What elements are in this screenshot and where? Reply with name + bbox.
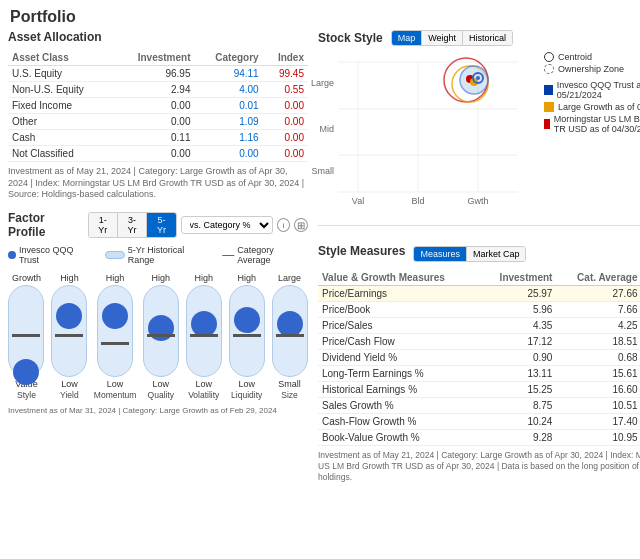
factor-profile-title: Factor Profile xyxy=(8,211,84,239)
btn-3yr[interactable]: 3-Yr xyxy=(118,213,147,237)
table-row: Other 0.00 1.09 0.00 xyxy=(8,114,308,130)
factor-bar xyxy=(143,285,179,377)
measure-cat: 16.60 xyxy=(556,382,640,398)
factor-tick-style xyxy=(12,334,40,337)
factor-top-label: Growth xyxy=(12,273,41,283)
factor-bar xyxy=(186,285,222,377)
legend-centroid: Centroid xyxy=(544,52,640,62)
asset-category: 0.01 xyxy=(195,98,263,114)
measure-investment: 10.24 xyxy=(481,414,557,430)
factor-dot-momentum xyxy=(102,303,128,329)
vs-category-select[interactable]: vs. Category % xyxy=(181,216,273,234)
measure-investment: 13.11 xyxy=(481,366,557,382)
measure-name: Price/Cash Flow xyxy=(318,334,481,350)
factor-tick-size xyxy=(276,334,304,337)
table-row: Historical Earnings % 15.25 16.60 17.26 xyxy=(318,382,640,398)
measures-col-cat: Cat. Average xyxy=(556,270,640,286)
col-category: Category xyxy=(195,50,263,66)
svg-text:Val: Val xyxy=(352,196,364,206)
asset-investment: 96.95 xyxy=(114,66,195,82)
asset-allocation-title: Asset Allocation xyxy=(8,30,308,44)
factor-profile-header: Factor Profile 1-Yr 3-Yr 5-Yr vs. Catego… xyxy=(8,211,308,239)
svg-text:Bld: Bld xyxy=(411,196,424,206)
invesco-icon xyxy=(544,85,553,95)
table-row: Dividend Yield % 0.90 0.68 0.64 xyxy=(318,350,640,366)
centroid-icon xyxy=(544,52,554,62)
measure-investment: 15.25 xyxy=(481,382,557,398)
factor-bottom-label: Low xyxy=(107,379,124,389)
factor-bottom-label: Low xyxy=(238,379,255,389)
factor-column: High Low Yield xyxy=(51,273,88,400)
style-measures-header: Style Measures Measures Market Cap xyxy=(318,244,640,264)
measure-cat: 10.51 xyxy=(556,398,640,414)
measure-investment: 5.96 xyxy=(481,302,557,318)
factor-dot-yield xyxy=(56,303,82,329)
factor-column: Large Small Size xyxy=(271,273,308,400)
legend-range-label: 5-Yr Historical Range xyxy=(128,245,212,265)
factor-col-label: Momentum xyxy=(94,390,137,400)
info-icon[interactable]: i xyxy=(277,218,291,232)
asset-category: 4.00 xyxy=(195,82,263,98)
asset-category: 1.09 xyxy=(195,114,263,130)
ownership-zone-icon xyxy=(544,64,554,74)
factor-top-label: High xyxy=(194,273,213,283)
left-column: Asset Allocation Asset Class Investment … xyxy=(8,30,308,483)
tab-historical[interactable]: Historical xyxy=(463,31,512,45)
btn-1yr[interactable]: 1-Yr xyxy=(89,213,118,237)
measure-cat: 10.95 xyxy=(556,430,640,446)
measure-name: Price/Earnings xyxy=(318,286,481,302)
measure-name: Long-Term Earnings % xyxy=(318,366,481,382)
tab-weight[interactable]: Weight xyxy=(422,31,463,45)
measure-name: Book-Value Growth % xyxy=(318,430,481,446)
style-map-area: Val Bld Gwth Large Mid Small xyxy=(318,52,640,217)
asset-investment: 0.00 xyxy=(114,98,195,114)
table-row: Cash-Flow Growth % 10.24 17.40 17.30 xyxy=(318,414,640,430)
table-row: Price/Cash Flow 17.12 18.51 18.83 xyxy=(318,334,640,350)
svg-text:Small: Small xyxy=(311,166,334,176)
asset-name: U.S. Equity xyxy=(8,66,114,82)
factor-col-label: Liquidity xyxy=(231,390,262,400)
svg-text:Large: Large xyxy=(311,78,334,88)
measure-name: Dividend Yield % xyxy=(318,350,481,366)
asset-index: 0.00 xyxy=(263,114,308,130)
col-asset-class: Asset Class xyxy=(8,50,114,66)
factor-bottom-label: Low xyxy=(153,379,170,389)
factor-bar xyxy=(51,285,87,377)
measure-cat: 15.61 xyxy=(556,366,640,382)
factor-bottom-label: Low xyxy=(61,379,78,389)
table-row: Fixed Income 0.00 0.01 0.00 xyxy=(8,98,308,114)
btn-5yr[interactable]: 5-Yr xyxy=(147,213,175,237)
table-row: Long-Term Earnings % 13.11 15.61 15.95 xyxy=(318,366,640,382)
factor-column: High Low Liquidity xyxy=(228,273,265,400)
factor-column: High Low Volatility xyxy=(185,273,222,400)
tab-measures[interactable]: Measures xyxy=(414,247,467,261)
table-row: Price/Book 5.96 7.66 7.33 xyxy=(318,302,640,318)
factor-column: High Low Momentum xyxy=(94,273,137,400)
measures-col-investment: Investment xyxy=(481,270,557,286)
asset-investment: 0.00 xyxy=(114,114,195,130)
factor-col-label: Size xyxy=(281,390,298,400)
factor-tick-momentum xyxy=(101,342,129,345)
measure-cat: 0.68 xyxy=(556,350,640,366)
legend-morningstar: Morningstar US LM Brd Growth TR USD as o… xyxy=(544,114,640,134)
time-period-group[interactable]: 1-Yr 3-Yr 5-Yr xyxy=(88,212,177,238)
asset-category: 1.16 xyxy=(195,130,263,146)
factor-legend: Invesco QQQ Trust 5-Yr Historical Range … xyxy=(8,245,308,265)
table-row: Non-U.S. Equity 2.94 4.00 0.55 xyxy=(8,82,308,98)
tab-map[interactable]: Map xyxy=(392,31,423,45)
factor-bottom-label: Low xyxy=(195,379,212,389)
style-map-svg: Val Bld Gwth Large Mid Small xyxy=(318,52,538,212)
measures-tabs[interactable]: Measures Market Cap xyxy=(413,246,526,262)
legend-range-item: 5-Yr Historical Range xyxy=(105,245,212,265)
measure-cat: 17.40 xyxy=(556,414,640,430)
large-growth-icon xyxy=(544,102,554,112)
asset-allocation-table: Asset Class Investment Category Index U.… xyxy=(8,50,308,162)
col-index: Index xyxy=(263,50,308,66)
factor-profile-section: Factor Profile 1-Yr 3-Yr 5-Yr vs. Catego… xyxy=(8,211,308,415)
stock-style-tabs[interactable]: Map Weight Historical xyxy=(391,30,513,46)
settings-icon[interactable]: ⊞ xyxy=(294,218,308,232)
tab-market-cap[interactable]: Market Cap xyxy=(467,247,526,261)
measure-name: Price/Book xyxy=(318,302,481,318)
divider xyxy=(318,225,640,226)
factor-col-label: Yield xyxy=(60,390,79,400)
